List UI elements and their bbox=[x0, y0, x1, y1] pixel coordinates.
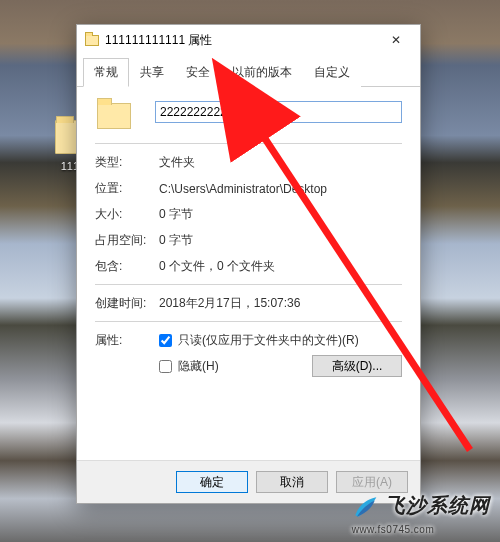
ondisk-label: 占用空间: bbox=[95, 232, 159, 249]
folder-icon bbox=[97, 103, 131, 129]
created-value: 2018年2月17日，15:07:36 bbox=[159, 295, 300, 312]
tab-general[interactable]: 常规 bbox=[83, 58, 129, 87]
size-value: 0 字节 bbox=[159, 206, 193, 223]
ondisk-value: 0 字节 bbox=[159, 232, 193, 249]
properties-dialog: 111111111111 属性 ✕ 常规 共享 安全 以前的版本 自定义 类型:… bbox=[76, 24, 421, 504]
separator bbox=[95, 284, 402, 285]
titlebar: 111111111111 属性 ✕ bbox=[77, 25, 420, 55]
readonly-checkbox-row[interactable]: 只读(仅应用于文件夹中的文件)(R) bbox=[159, 332, 402, 349]
watermark-url: www.fs0745.com bbox=[352, 524, 435, 535]
readonly-label: 只读(仅应用于文件夹中的文件)(R) bbox=[178, 332, 359, 349]
hidden-checkbox-row[interactable]: 隐藏(H) bbox=[159, 358, 312, 375]
separator bbox=[95, 143, 402, 144]
type-value: 文件夹 bbox=[159, 154, 195, 171]
size-label: 大小: bbox=[95, 206, 159, 223]
contains-label: 包含: bbox=[95, 258, 159, 275]
tab-content-general: 类型: 文件夹 位置: C:\Users\Administrator\Deskt… bbox=[77, 87, 420, 460]
ok-button[interactable]: 确定 bbox=[176, 471, 248, 493]
cancel-button[interactable]: 取消 bbox=[256, 471, 328, 493]
hidden-checkbox[interactable] bbox=[159, 360, 172, 373]
window-title: 111111111111 属性 bbox=[105, 32, 376, 49]
tab-sharing[interactable]: 共享 bbox=[129, 58, 175, 87]
contains-value: 0 个文件，0 个文件夹 bbox=[159, 258, 275, 275]
location-label: 位置: bbox=[95, 180, 159, 197]
readonly-checkbox[interactable] bbox=[159, 334, 172, 347]
type-label: 类型: bbox=[95, 154, 159, 171]
attributes-label: 属性: bbox=[95, 333, 122, 347]
apply-button[interactable]: 应用(A) bbox=[336, 471, 408, 493]
created-label: 创建时间: bbox=[95, 295, 159, 312]
watermark-text: 飞沙系统网 bbox=[385, 494, 490, 516]
folder-name-input[interactable] bbox=[155, 101, 402, 123]
advanced-button[interactable]: 高级(D)... bbox=[312, 355, 402, 377]
titlebar-folder-icon bbox=[85, 35, 99, 46]
watermark: 飞沙系统网 www.fs0745.com bbox=[352, 492, 490, 536]
separator bbox=[95, 321, 402, 322]
tab-security[interactable]: 安全 bbox=[175, 58, 221, 87]
tab-customize[interactable]: 自定义 bbox=[303, 58, 361, 87]
location-value: C:\Users\Administrator\Desktop bbox=[159, 182, 327, 196]
tab-strip: 常规 共享 安全 以前的版本 自定义 bbox=[77, 57, 420, 87]
hidden-label: 隐藏(H) bbox=[178, 358, 219, 375]
tab-previous[interactable]: 以前的版本 bbox=[221, 58, 303, 87]
watermark-logo-icon bbox=[352, 494, 378, 520]
close-button[interactable]: ✕ bbox=[376, 27, 416, 53]
